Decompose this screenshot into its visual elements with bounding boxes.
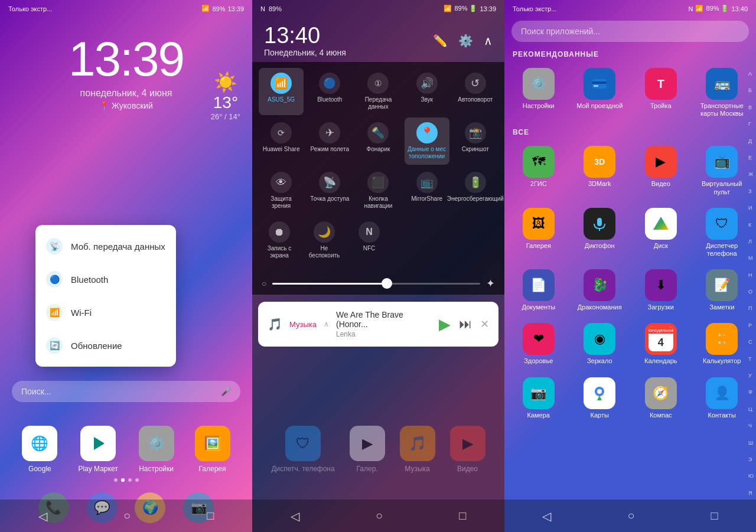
qs-record[interactable]: ⏺ Запись с экрана bbox=[257, 217, 302, 264]
drawer-app-contacts[interactable]: 👤 Контакты bbox=[693, 373, 752, 424]
drawer-app-video[interactable]: ▶ Видео bbox=[631, 141, 690, 200]
alpha-ts[interactable]: Ц bbox=[747, 406, 755, 413]
alpha-d[interactable]: Д bbox=[747, 138, 755, 145]
drawer-app-dictaphone[interactable]: Диктофон bbox=[571, 203, 630, 262]
drawer-app-virtual-remote[interactable]: 📺 Виртуальный пульт bbox=[693, 141, 752, 200]
drawer-app-calendar[interactable]: понедельник 4 Календарь bbox=[631, 318, 690, 370]
qs-flashlight[interactable]: 🔦 Фонарик bbox=[356, 118, 400, 165]
alpha-m[interactable]: М bbox=[747, 255, 755, 262]
alpha-ch[interactable]: Ч bbox=[747, 423, 755, 429]
drawer-app-troika[interactable]: Т Тройка bbox=[631, 63, 690, 122]
music-next-btn[interactable]: ⏭ bbox=[459, 316, 472, 332]
alpha-eh[interactable]: Э bbox=[747, 456, 755, 463]
music-play-btn[interactable]: ▶ bbox=[439, 315, 451, 334]
qs-bluetooth[interactable]: 🔵 Bluetooth bbox=[307, 68, 352, 115]
drawer-app-calculator[interactable]: + − × ÷ Калькулятор bbox=[693, 318, 752, 370]
alpha-u[interactable]: У bbox=[747, 373, 755, 379]
alpha-s[interactable]: С bbox=[747, 339, 755, 345]
menu-item-bluetooth[interactable]: 🔵 Bluetooth bbox=[35, 263, 176, 296]
collapse-icon[interactable]: ∧ bbox=[484, 34, 493, 48]
alpha-zh[interactable]: Ж bbox=[747, 171, 755, 178]
nav-home[interactable]: ○ bbox=[112, 503, 142, 528]
drawer-app-gallery[interactable]: 🖼 Галерея bbox=[509, 203, 568, 262]
lock-search-bar[interactable]: Поиск... 🎤 bbox=[12, 381, 240, 402]
qs-screenshot[interactable]: 📸 Скриншот bbox=[453, 118, 498, 165]
drawer-app-settings[interactable]: ⚙️ Настройки bbox=[509, 63, 568, 122]
menu-item-mobile-data[interactable]: 📡 Моб. передача данных bbox=[35, 230, 176, 263]
music-close-btn[interactable]: ✕ bbox=[480, 318, 489, 331]
alpha-g[interactable]: Г bbox=[747, 121, 755, 128]
alpha-r[interactable]: Р bbox=[747, 322, 755, 329]
qs-eye[interactable]: 👁 Защита зрения bbox=[259, 167, 304, 214]
qs-airplane[interactable]: ✈ Режим полета bbox=[307, 118, 352, 165]
drawer-app-3dmark[interactable]: 3D 3DMark bbox=[571, 141, 630, 200]
alpha-n[interactable]: Н bbox=[747, 272, 755, 279]
app-google[interactable]: 🌐 Google bbox=[22, 426, 57, 473]
qs-battery-save[interactable]: 🔋 Энергосберегающий bbox=[453, 167, 498, 214]
alpha-f[interactable]: Ф bbox=[747, 389, 755, 396]
notif-nav-back[interactable]: ◁ bbox=[279, 503, 311, 529]
notif-status-bar: N 89% 📶 89% 🔋 13:39 bbox=[252, 0, 504, 17]
drawer-app-notes[interactable]: 📝 Заметки bbox=[693, 265, 752, 316]
alpha-p[interactable]: П bbox=[747, 305, 755, 312]
nav-back[interactable]: ◁ bbox=[27, 503, 59, 529]
drawer-app-downloads[interactable]: ⬇ Загрузки bbox=[631, 265, 690, 316]
drawer-app-2gis[interactable]: 🗺 2ГИС bbox=[509, 141, 568, 200]
qs-wifi[interactable]: 📶 ASUS_5G bbox=[259, 68, 304, 115]
alpha-i[interactable]: И bbox=[747, 205, 755, 211]
alpha-b[interactable]: Б bbox=[747, 87, 755, 94]
settings-header-icon[interactable]: ⚙️ bbox=[458, 34, 473, 48]
music-controls: ▶ ⏭ ✕ bbox=[439, 315, 489, 334]
app-play[interactable]: Play Маркет bbox=[78, 426, 118, 473]
drawer-app-camera[interactable]: 📷 Камера bbox=[509, 373, 568, 424]
qs-dnd[interactable]: 🌙 Не беспокоить bbox=[302, 217, 347, 264]
drawer-app-compass[interactable]: 🧭 Компас bbox=[631, 373, 690, 424]
music-artist: Lenka bbox=[336, 330, 432, 338]
drawer-app-phone-manager[interactable]: 🛡 Диспетчер телефона bbox=[693, 203, 752, 262]
edit-icon[interactable]: ✏️ bbox=[433, 34, 448, 48]
menu-item-update[interactable]: 🔄 Обновление bbox=[35, 329, 176, 362]
alpha-t[interactable]: Т bbox=[747, 356, 755, 363]
drawer-nav-recent[interactable]: □ bbox=[699, 503, 729, 528]
drawer-app-mypass[interactable]: Мой проездной bbox=[571, 63, 630, 122]
drawer-app-docs[interactable]: 📄 Документы bbox=[509, 265, 568, 316]
brightness-slider[interactable] bbox=[272, 283, 480, 285]
qs-nfc[interactable]: N NFC bbox=[347, 217, 392, 264]
alpha-sh[interactable]: Ш bbox=[747, 440, 755, 446]
drawer-app-mirror[interactable]: ◉ Зеркало bbox=[571, 318, 630, 370]
alpha-a[interactable]: А bbox=[747, 71, 755, 77]
qs-navbtn[interactable]: ⬛ Кнопка навигации bbox=[356, 167, 400, 214]
alpha-z[interactable]: З bbox=[747, 188, 755, 195]
notif-nav-home[interactable]: ○ bbox=[364, 503, 395, 528]
menu-item-wifi[interactable]: 📶 Wi-Fi bbox=[35, 296, 176, 329]
quick-settings-panel: 📶 ASUS_5G 🔵 Bluetooth ① Передача данных … bbox=[252, 62, 504, 272]
qs-rotation[interactable]: ↺ Автоповорот bbox=[453, 68, 498, 115]
qs-eye-label: Защита зрения bbox=[261, 195, 301, 210]
alpha-yu[interactable]: Ю bbox=[747, 473, 755, 479]
alpha-o[interactable]: О bbox=[747, 289, 755, 295]
drawer-app-drive[interactable]: Диск bbox=[631, 203, 690, 262]
qs-location[interactable]: 📍 Данные о мес тоположении bbox=[405, 118, 449, 165]
qs-mirrorshare[interactable]: 📺 MirrorShare bbox=[405, 167, 449, 214]
drawer-app-dragonmania[interactable]: 🐉 Дракономания bbox=[571, 265, 630, 316]
drawer-nav-home[interactable]: ○ bbox=[615, 503, 646, 528]
alpha-l[interactable]: Л bbox=[747, 239, 755, 245]
nav-recent[interactable]: □ bbox=[195, 503, 226, 528]
drawer-app-health[interactable]: ❤ Здоровье bbox=[509, 318, 568, 370]
qs-share[interactable]: ⟳ Huawei Share bbox=[259, 118, 304, 165]
drawer-app-transport[interactable]: 🚌 Транспортные карты Москвы bbox=[693, 63, 752, 122]
drawer-app-maps[interactable]: Карты bbox=[571, 373, 630, 424]
drawer-nav-back[interactable]: ◁ bbox=[530, 503, 563, 529]
qs-data[interactable]: ① Передача данных bbox=[356, 68, 400, 115]
alpha-ya[interactable]: Я bbox=[747, 490, 755, 497]
alpha-e[interactable]: Е bbox=[747, 155, 755, 161]
alpha-v[interactable]: В bbox=[747, 105, 755, 111]
alpha-k[interactable]: К bbox=[747, 222, 755, 229]
app-settings[interactable]: ⚙️ Настройки bbox=[139, 426, 174, 473]
notif-nav-recent[interactable]: □ bbox=[447, 503, 478, 528]
qs-sound[interactable]: 🔊 Звук bbox=[405, 68, 449, 115]
qs-row-3: 👁 Защита зрения 📡 Точка доступа ⬛ Кнопка… bbox=[257, 167, 500, 214]
drawer-search-bar[interactable]: Поиск приложений... bbox=[511, 21, 749, 42]
qs-hotspot[interactable]: 📡 Точка доступа bbox=[307, 167, 352, 214]
app-gallery[interactable]: 🖼️ Галерея bbox=[195, 426, 230, 473]
